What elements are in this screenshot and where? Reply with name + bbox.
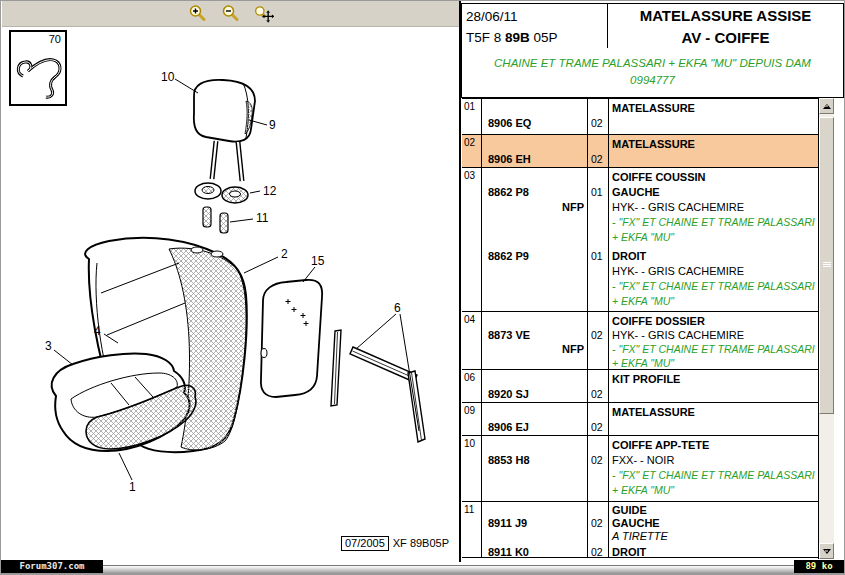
part-designation: HYK- - GRIS CACHEMIRE: [609, 264, 818, 279]
table-row[interactable]: 098906 EJ02MATELASSURE: [462, 403, 818, 436]
part-designation: - "FX" ET CHAINE ET TRAME PALASSARI: [609, 468, 818, 483]
row-index: 09: [462, 405, 481, 416]
part-reference: 8920 SJ: [482, 387, 587, 402]
part-designation: - "FX" ET CHAINE ET TRAME PALASSARI: [609, 215, 818, 230]
sheet-title-line1: MATELASSURE ASSISE: [608, 5, 843, 27]
row-index: 06: [462, 372, 481, 383]
thumb-grip-icon: [823, 262, 831, 268]
zoom-pan-icon[interactable]: [254, 4, 274, 23]
table-row[interactable]: 018906 EQ02MATELASSURE: [462, 99, 818, 135]
diagram-code: XF 89B05P: [393, 537, 449, 549]
table-scrollbar[interactable]: [819, 98, 834, 559]
part-designation: + EKFA "MU": [609, 294, 818, 309]
watermark-label: Forum307.com: [1, 560, 103, 573]
part-designation: FXX- - NOIR: [609, 453, 818, 468]
row-index: 01: [462, 101, 481, 112]
zoom-in-icon[interactable]: [188, 4, 208, 23]
part-designation: HYK- - GRIS CACHEMIRE: [609, 200, 818, 215]
part-reference: 8911 K0: [482, 546, 587, 557]
row-index: 03: [462, 170, 481, 181]
table-row[interactable]: 038862 P8NFP8862 P90101COIFFE COUSSINGAU…: [462, 168, 818, 312]
part-label-12: 12: [263, 184, 277, 198]
part-label-9: 9: [269, 118, 276, 132]
part-label-4: 4: [94, 324, 101, 338]
part-label-1: 1: [129, 480, 136, 494]
sheet-title: MATELASSURE ASSISE AV - COIFFE: [608, 4, 843, 48]
part-reference: 8906 EH: [482, 152, 587, 167]
row-index: 04: [462, 314, 481, 325]
row-index: 10: [462, 438, 481, 449]
part-designation: DROIT: [609, 546, 818, 557]
part-designation: MATELASSURE: [609, 137, 818, 152]
scrollbar-thumb[interactable]: [819, 117, 834, 414]
part-quantity: 01: [588, 249, 608, 264]
zoom-out-icon[interactable]: [221, 4, 241, 23]
part-designation: HYK- - GRIS CACHEMIRE: [609, 328, 818, 342]
parts-table-body: 018906 EQ02MATELASSURE028906 EH02MATELAS…: [462, 98, 819, 559]
part-quantity: 01: [588, 185, 608, 200]
part-quantity: 02: [588, 420, 608, 435]
part-quantity: 02: [588, 517, 608, 530]
part-designation: + EKFA "MU": [609, 483, 818, 498]
part-reference: 8911 J9: [482, 517, 587, 530]
sheet-reference-cell: 28/06/11 T5F 8 89B 05P: [462, 4, 608, 48]
sheet-date: 28/06/11: [466, 6, 607, 27]
part-designation: GAUCHE: [609, 517, 818, 530]
sheet-subtitle-line2: 0994777: [462, 72, 843, 89]
part-designation: GUIDE: [609, 504, 818, 517]
horizontal-scrollbar[interactable]: [1, 565, 845, 574]
part-designation: MATELASSURE: [609, 405, 818, 420]
part-reference: 8906 EJ: [482, 420, 587, 435]
table-row[interactable]: 028906 EH02MATELASSURE: [462, 135, 818, 168]
part-label-11: 11: [256, 211, 269, 225]
part-reference: 8862 P8: [482, 185, 587, 200]
part-designation: + EKFA "MU": [609, 230, 818, 245]
part-quantity: 02: [588, 152, 608, 167]
part-label-2: 2: [281, 247, 288, 261]
part-reference: 8873 VE: [482, 328, 587, 342]
part-label-3: 3: [45, 339, 52, 353]
seat-exploded-diagram: 10 9 12 11 2 15 6 4 3 1: [1, 27, 460, 537]
part-designation: DROIT: [609, 249, 818, 264]
sheet-subtitle-line1: CHAINE ET TRAME PALASSARI + EKFA "MU" DE…: [462, 55, 843, 72]
scroll-down-button[interactable]: [819, 543, 834, 559]
table-row[interactable]: 068920 SJ02KIT PROFILE: [462, 370, 818, 403]
nfp-flag: NFP: [482, 342, 587, 356]
part-reference: 8906 EQ: [482, 116, 587, 131]
part-designation: GAUCHE: [609, 185, 818, 200]
sheet-code: T5F 8 89B 05P: [466, 27, 607, 48]
part-reference: 8853 H8: [482, 453, 587, 468]
table-row[interactable]: 048873 VENFP02COIFFE DOSSIERHYK- - GRIS …: [462, 312, 818, 370]
table-row[interactable]: 108853 H802COIFFE APP-TETEFXX- - NOIR- "…: [462, 436, 818, 502]
part-label-15: 15: [311, 254, 325, 268]
part-designation: + EKFA "MU": [609, 356, 818, 369]
part-reference: 8862 P9: [482, 249, 587, 264]
part-label-10: 10: [161, 70, 175, 84]
part-designation: KIT PROFILE: [609, 372, 818, 387]
pin-shape: [203, 207, 211, 227]
zoom-toolbar: [2, 1, 459, 27]
back-panel-shape: [261, 280, 322, 397]
scroll-up-button[interactable]: [819, 98, 834, 114]
row-index: 11: [462, 504, 481, 515]
part-label-6: 6: [394, 301, 401, 315]
part-designation: MATELASSURE: [609, 101, 818, 116]
part-designation: COIFFE COUSSIN: [609, 170, 818, 185]
sheet-title-line2: AV - COIFFE: [608, 27, 843, 49]
part-quantity: 02: [588, 387, 608, 402]
part-designation: COIFFE DOSSIER: [609, 314, 818, 328]
nfp-flag: NFP: [482, 200, 587, 215]
part-quantity: 02: [588, 546, 608, 557]
table-row[interactable]: 118911 J98911 K00202GUIDEGAUCHEA TIRETTE…: [462, 502, 818, 558]
sheet-subtitle: CHAINE ET TRAME PALASSARI + EKFA "MU" DE…: [461, 48, 844, 98]
part-quantity: 02: [588, 328, 608, 342]
row-index: 02: [462, 137, 481, 148]
filesize-label: 89 ko: [794, 560, 844, 573]
arrow-up-icon: [823, 104, 831, 109]
part-designation: A TIRETTE: [609, 530, 818, 543]
part-designation: COIFFE APP-TETE: [609, 438, 818, 453]
part-designation: - "FX" ET CHAINE ET TRAME PALASSARI: [609, 342, 818, 356]
diagram-date: 07/2005: [341, 536, 389, 551]
part-quantity: 02: [588, 453, 608, 468]
part-quantity: 02: [588, 116, 608, 131]
